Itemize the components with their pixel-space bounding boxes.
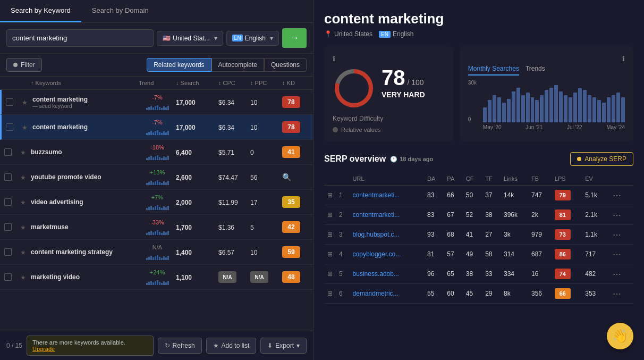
table-row[interactable]: ★ youtube promote video +13% 2,600 $74.4… [0,165,313,190]
search-button[interactable]: → [282,28,307,48]
row-checkbox[interactable] [4,248,20,256]
serp-table-row[interactable]: ⊞ 4 copyblogger.co... 81 57 49 58 314 68… [324,245,633,264]
serp-more-button[interactable]: ⋯ [611,190,623,200]
table-row[interactable]: ★ video advertising +7% 2,000 $11.99 17 … [0,190,313,215]
row-star[interactable]: ★ [20,223,31,231]
th-tf[interactable]: TF [482,172,501,186]
serp-more-button[interactable]: ⋯ [611,210,623,220]
tab-autocomplete[interactable]: Autocomplete [211,58,264,72]
th-links[interactable]: Links [501,172,528,186]
country-select[interactable]: 🇺🇸 United Stat... ▾ [157,31,223,46]
row-star[interactable]: ★ [20,273,31,281]
serp-expand[interactable]: ⊞ [324,225,336,245]
tab-related-keywords[interactable]: Related keywords [147,58,211,72]
serp-more-button[interactable]: ⋯ [611,249,623,259]
serp-expand[interactable]: ⊞ [324,186,336,205]
chart-bar [588,95,591,122]
row-star[interactable]: ★ [20,173,31,181]
row-checkbox[interactable] [4,198,20,206]
export-button[interactable]: ⬇ Export ▾ [260,338,307,354]
search-input[interactable] [6,29,154,47]
serp-table-row[interactable]: ⊞ 2 contentmarketi... 83 67 52 38 396k 2… [324,205,633,225]
th-search[interactable]: ↓ Search [176,80,218,86]
serp-expand[interactable]: ⊞ [324,264,336,284]
serp-row-actions[interactable]: ⋯ [607,284,633,304]
serp-expand[interactable]: ⊞ [324,245,336,264]
th-cpc[interactable]: ↕ CPC [218,80,250,86]
serp-more-button[interactable]: ⋯ [611,230,623,240]
filter-button[interactable]: Filter [6,58,42,72]
language-select[interactable]: EN English ▾ [226,31,279,46]
row-checkbox[interactable] [4,148,20,156]
analyze-serp-button[interactable]: Analyze SERP [570,152,633,166]
serp-table-row[interactable]: ⊞ 3 blog.hubspot.c... 93 68 41 27 3k 979… [324,225,633,245]
serp-table-row[interactable]: ⊞ 1 contentmarketi... 83 66 50 37 14k 74… [324,186,633,205]
tab-keyword[interactable]: Search by Keyword [0,0,81,22]
serp-row-url[interactable]: demandmetric... [350,284,425,304]
table-row[interactable]: ★ content marketing strategy N/A 1,400 $… [0,240,313,265]
th-pa[interactable]: PA [444,172,462,186]
serp-row-url[interactable]: business.adob... [350,264,425,284]
row-star[interactable]: ★ [20,148,31,156]
serp-table-row[interactable]: ⊞ 5 business.adob... 96 65 38 33 334 16 … [324,264,633,284]
serp-row-url[interactable]: contentmarketi... [350,186,425,205]
serp-row-url[interactable]: blog.hubspot.c... [350,225,425,245]
th-da[interactable]: DA [424,172,444,186]
table-row[interactable]: ★ content marketing -7% 17,000 $6.34 10 … [0,115,313,140]
serp-row-url[interactable]: copyblogger.co... [350,245,425,264]
th-kd[interactable]: ↕ KD [282,80,309,86]
row-checkbox[interactable] [4,273,20,281]
kd-badge: 78 [282,121,300,133]
serp-row-actions[interactable]: ⋯ [607,264,633,284]
serp-more-button[interactable]: ⋯ [611,289,623,299]
row-star[interactable]: ★ [20,198,31,206]
serp-row-actions[interactable]: ⋯ [607,245,633,264]
table-row[interactable]: ★ content marketing — seed keyword -7% 1… [0,90,313,115]
refresh-button[interactable]: ↻ Refresh [158,338,202,354]
serp-expand[interactable]: ⊞ [324,205,336,225]
th-keywords[interactable]: ↑ Keywords [31,80,139,86]
th-lps[interactable]: LPS [552,172,582,186]
serp-row-actions[interactable]: ⋯ [607,225,633,245]
info-icon[interactable]: ℹ [333,55,335,63]
row-search: 1,100 [176,273,218,281]
row-checkbox[interactable] [6,98,22,106]
th-cf[interactable]: CF [463,172,482,186]
row-star[interactable]: ★ [22,123,32,131]
tab-trends[interactable]: Trends [526,65,545,76]
chart-info-icon[interactable]: ℹ [622,55,625,63]
tab-monthly-searches[interactable]: Monthly Searches [468,65,519,76]
table-row[interactable]: ★ marketmuse -33% 1,700 $1.36 5 42 [0,215,313,240]
serp-row-actions[interactable]: ⋯ [607,186,633,205]
serp-row-ev: 5.1k [582,186,607,205]
row-checkbox[interactable] [4,223,20,231]
chart-tabs: Monthly Searches Trends [468,65,625,76]
row-checkbox[interactable] [4,173,20,181]
serp-row-da: 81 [424,245,444,264]
serp-table-row[interactable]: ⊞ 6 demandmetric... 55 60 45 29 8k 356 6… [324,284,633,304]
tab-domain[interactable]: Search by Domain [81,0,159,22]
serp-row-lps: 73 [552,225,582,245]
serp-more-button[interactable]: ⋯ [611,269,623,279]
relative-values-row[interactable]: Relative values [333,127,445,133]
add-to-list-button[interactable]: ★ Add to list [206,338,257,354]
chat-widget-button[interactable]: 👋 [607,323,633,349]
row-star[interactable]: ★ [22,98,32,106]
serp-row-url[interactable]: contentmarketi... [350,205,425,225]
th-url[interactable]: URL [350,172,425,186]
table-row[interactable]: ★ marketing video +24% 1,100 N/A N/A 48 [0,265,313,290]
tab-questions[interactable]: Questions [264,58,307,72]
upgrade-link[interactable]: Upgrade [32,346,55,352]
th-trend[interactable]: Trend [139,80,176,86]
serp-expand[interactable]: ⊞ [324,284,336,304]
row-cpc: N/A [218,271,250,283]
serp-section: SERP overview 🕐 18 days ago Analyze SERP… [324,152,633,304]
table-row[interactable]: ★ buzzsumo -18% 6,400 $5.71 0 41 [0,140,313,165]
th-ev[interactable]: EV [582,172,607,186]
row-star[interactable]: ★ [20,248,31,256]
serp-row-actions[interactable]: ⋯ [607,205,633,225]
th-ppc[interactable]: ↕ PPC [250,80,282,86]
row-checkbox[interactable] [6,123,22,131]
th-fb[interactable]: FB [528,172,552,186]
chart-y-axis: 30k 0 [468,80,477,122]
